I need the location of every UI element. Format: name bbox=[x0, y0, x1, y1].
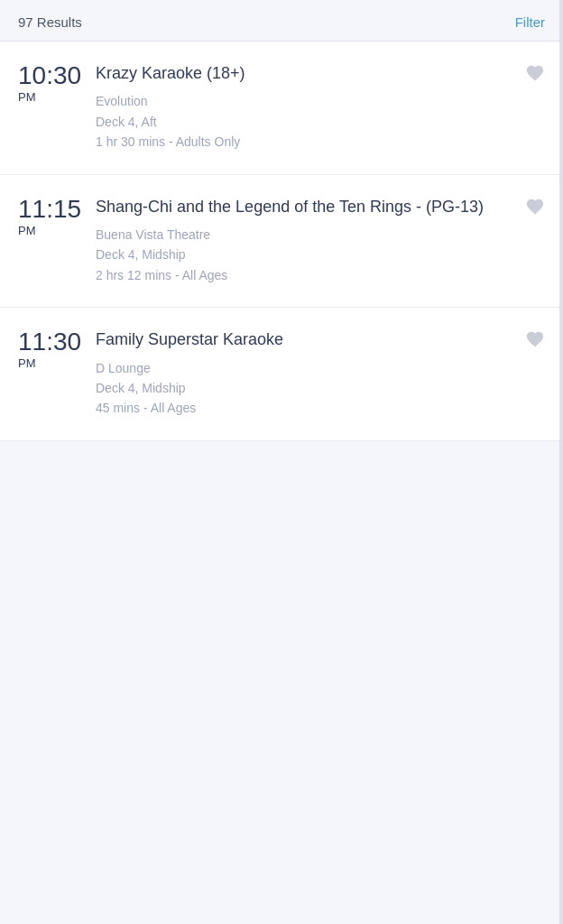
heart-icon bbox=[525, 63, 545, 83]
event-time-ampm: PM bbox=[18, 356, 36, 370]
filter-button[interactable]: Filter bbox=[515, 14, 545, 30]
heart-icon bbox=[525, 329, 545, 349]
event-time-hour: 11:30 bbox=[18, 329, 81, 355]
favorite-button[interactable] bbox=[525, 329, 545, 352]
event-details: Krazy Karaoke (18+) Evolution Deck 4, Af… bbox=[96, 63, 545, 152]
event-title: Krazy Karaoke (18+) bbox=[96, 63, 512, 84]
event-venue: Buena Vista Theatre bbox=[96, 225, 512, 245]
event-time-hour: 10:30 bbox=[18, 63, 81, 88]
results-count: 97 Results bbox=[18, 14, 82, 30]
event-title: Family Superstar Karaoke bbox=[96, 329, 512, 350]
event-title: Shang-Chi and the Legend of the Ten Ring… bbox=[96, 197, 512, 217]
scrollbar[interactable] bbox=[559, 0, 563, 924]
event-details: Shang-Chi and the Legend of the Ten Ring… bbox=[96, 197, 545, 286]
events-list: 10:30 PM Krazy Karaoke (18+) Evolution D… bbox=[0, 42, 563, 468]
favorite-button[interactable] bbox=[525, 63, 545, 86]
event-duration: 2 hrs 12 mins - All Ages bbox=[96, 265, 512, 285]
event-venue: D Lounge bbox=[96, 358, 512, 378]
event-location: Deck 4, Aft bbox=[96, 112, 512, 132]
event-location: Deck 4, Midship bbox=[96, 378, 512, 398]
event-details: Family Superstar Karaoke D Lounge Deck 4… bbox=[96, 329, 545, 419]
event-item: 11:30 PM Family Superstar Karaoke D Loun… bbox=[0, 308, 563, 441]
event-duration: 1 hr 30 mins - Adults Only bbox=[96, 132, 512, 152]
event-duration: 45 mins - All Ages bbox=[96, 398, 512, 418]
heart-icon bbox=[525, 197, 545, 217]
event-time-hour: 11:15 bbox=[18, 197, 81, 222]
event-time-block: 11:30 PM bbox=[18, 329, 83, 370]
event-time-block: 10:30 PM bbox=[18, 63, 83, 104]
event-time-block: 11:15 PM bbox=[18, 197, 83, 237]
event-item: 11:15 PM Shang-Chi and the Legend of the… bbox=[0, 175, 563, 309]
event-venue: Evolution bbox=[96, 91, 512, 111]
event-item: 10:30 PM Krazy Karaoke (18+) Evolution D… bbox=[0, 42, 563, 175]
event-time-ampm: PM bbox=[18, 90, 36, 104]
event-time-ampm: PM bbox=[18, 224, 36, 237]
event-location: Deck 4, Midship bbox=[96, 245, 512, 264]
header: 97 Results Filter bbox=[0, 0, 563, 42]
favorite-button[interactable] bbox=[525, 197, 545, 219]
